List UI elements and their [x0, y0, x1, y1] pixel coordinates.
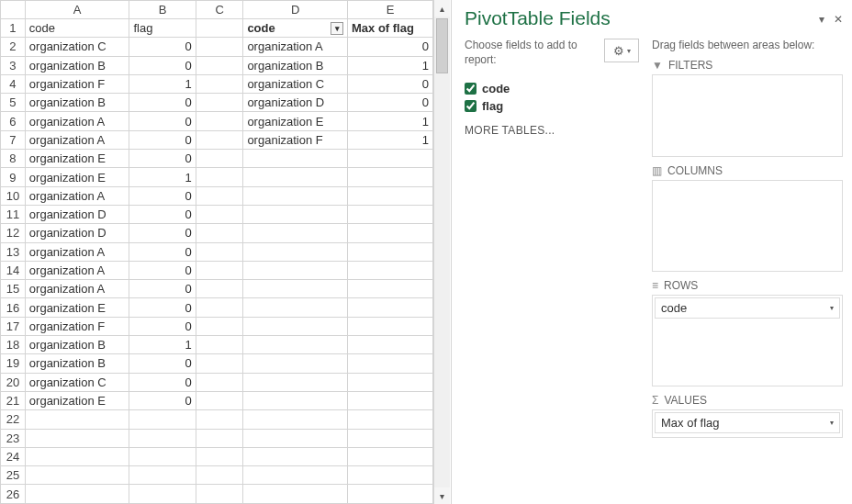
cell[interactable] [348, 447, 433, 465]
cell[interactable]: organization D [25, 224, 129, 242]
cell[interactable] [348, 168, 433, 186]
field-item-flag[interactable]: flag [465, 97, 639, 115]
cell[interactable] [196, 112, 243, 130]
cell[interactable] [196, 466, 243, 485]
cell[interactable] [348, 336, 433, 354]
cell[interactable]: organization A [25, 261, 129, 279]
scroll-down-arrow[interactable]: ▾ [434, 487, 450, 504]
cell[interactable]: 0 [129, 373, 196, 391]
col-header-A[interactable]: A [25, 1, 129, 19]
cell[interactable] [196, 242, 243, 261]
cell[interactable] [196, 373, 243, 391]
cell[interactable] [348, 298, 433, 317]
cell[interactable] [243, 224, 348, 242]
cell[interactable]: 0 [129, 261, 196, 279]
cell[interactable] [243, 391, 348, 409]
cell[interactable]: organization B [243, 56, 348, 74]
cell[interactable] [196, 224, 243, 242]
cell[interactable]: 1 [348, 130, 433, 149]
pivot-header-code[interactable]: code▾ [243, 19, 348, 38]
cell[interactable]: 0 [129, 112, 196, 130]
cell[interactable]: 0 [129, 94, 196, 112]
cell[interactable] [243, 336, 348, 354]
pivot-header-value[interactable]: Max of flag [348, 19, 433, 38]
row-header[interactable]: 16 [1, 298, 26, 317]
cell[interactable] [196, 391, 243, 409]
row-header[interactable]: 24 [1, 447, 26, 465]
row-header[interactable]: 17 [1, 317, 26, 335]
cell[interactable] [348, 224, 433, 242]
row-header[interactable]: 26 [1, 485, 26, 504]
cell[interactable]: flag [129, 19, 196, 38]
cell[interactable] [196, 317, 243, 335]
cell[interactable]: organization B [25, 56, 129, 74]
cell[interactable] [196, 74, 243, 93]
area-field[interactable]: Max of flag▾ [655, 412, 840, 433]
cell[interactable] [196, 447, 243, 465]
rows-drop-area[interactable]: code▾ [652, 295, 843, 386]
cell[interactable] [348, 186, 433, 205]
cell[interactable] [348, 280, 433, 298]
cell[interactable] [196, 130, 243, 149]
cell[interactable] [129, 485, 196, 504]
cell[interactable] [25, 410, 129, 429]
cell[interactable] [243, 261, 348, 279]
col-header-C[interactable]: C [196, 1, 243, 19]
cell[interactable]: organization C [25, 373, 129, 391]
row-header[interactable]: 15 [1, 280, 26, 298]
cell[interactable]: 0 [348, 74, 433, 93]
cell[interactable] [243, 447, 348, 465]
spreadsheet-grid[interactable]: A B C D E 1codeflagcode▾Max of flag2orga… [0, 0, 433, 504]
cell[interactable] [348, 150, 433, 168]
cell[interactable]: 0 [129, 150, 196, 168]
cell[interactable]: 0 [348, 38, 433, 56]
cell[interactable] [348, 410, 433, 429]
cell[interactable] [243, 466, 348, 485]
cell[interactable] [196, 150, 243, 168]
cell[interactable] [196, 280, 243, 298]
row-header[interactable]: 4 [1, 74, 26, 93]
cell[interactable] [129, 447, 196, 465]
row-header[interactable]: 21 [1, 391, 26, 409]
select-all-corner[interactable] [1, 1, 26, 19]
cell[interactable] [129, 429, 196, 447]
cell[interactable]: organization D [243, 94, 348, 112]
cell[interactable] [25, 447, 129, 465]
cell[interactable] [348, 485, 433, 504]
scroll-thumb[interactable] [436, 18, 448, 73]
cell[interactable]: organization F [25, 74, 129, 93]
cell[interactable]: organization E [25, 391, 129, 409]
cell[interactable]: organization E [25, 298, 129, 317]
cell[interactable]: 0 [129, 224, 196, 242]
cell[interactable]: 0 [129, 186, 196, 205]
cell[interactable] [243, 168, 348, 186]
cell[interactable]: 0 [129, 354, 196, 373]
row-header[interactable]: 6 [1, 112, 26, 130]
cell[interactable] [196, 429, 243, 447]
cell[interactable]: organization B [25, 354, 129, 373]
row-header[interactable]: 8 [1, 150, 26, 168]
cell[interactable] [243, 205, 348, 223]
cell[interactable] [243, 410, 348, 429]
cell[interactable] [348, 205, 433, 223]
cell[interactable] [243, 280, 348, 298]
field-item-code[interactable]: code [465, 80, 639, 97]
row-header[interactable]: 9 [1, 168, 26, 186]
scroll-up-arrow[interactable]: ▴ [434, 0, 450, 17]
cell[interactable]: 1 [348, 56, 433, 74]
cell[interactable]: code [25, 19, 129, 38]
cell[interactable] [196, 94, 243, 112]
tools-button[interactable]: ⚙ ▾ [604, 39, 639, 62]
row-header[interactable]: 18 [1, 336, 26, 354]
row-header[interactable]: 13 [1, 242, 26, 261]
cell[interactable] [243, 317, 348, 335]
row-header[interactable]: 1 [1, 19, 26, 38]
cell[interactable]: 0 [129, 205, 196, 223]
cell[interactable]: organization C [243, 74, 348, 93]
row-header[interactable]: 11 [1, 205, 26, 223]
values-drop-area[interactable]: Max of flag▾ [652, 409, 843, 438]
cell[interactable]: organization A [25, 112, 129, 130]
cell[interactable]: 0 [129, 298, 196, 317]
cell[interactable] [243, 242, 348, 261]
cell[interactable] [348, 373, 433, 391]
